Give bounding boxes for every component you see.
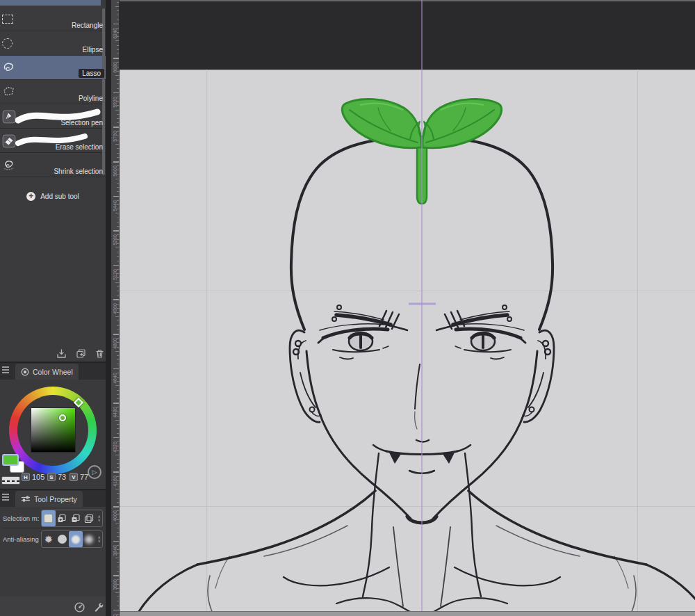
ruler-minor-tick bbox=[117, 291, 119, 291]
ruler-minor-tick bbox=[117, 519, 119, 520]
ruler-minor-tick bbox=[117, 118, 119, 119]
ruler-minor-tick bbox=[117, 571, 119, 572]
saturation-chip[interactable]: S bbox=[47, 473, 56, 481]
ruler-minor-tick bbox=[117, 170, 119, 170]
ruler-minor-tick bbox=[117, 424, 119, 425]
ruler-minor-tick bbox=[115, 558, 119, 558]
lasso-icon bbox=[2, 61, 16, 75]
ruler-minor-tick bbox=[117, 528, 119, 528]
saturation-value: 73 bbox=[58, 473, 66, 482]
ruler-minor-tick bbox=[117, 71, 119, 72]
ruler-minor-tick bbox=[115, 75, 119, 76]
ruler-minor-tick bbox=[117, 476, 119, 477]
value-chip[interactable]: V bbox=[70, 473, 78, 481]
subtool-item-partial[interactable] bbox=[0, 0, 101, 6]
ruler-minor-tick bbox=[117, 286, 119, 287]
subtool-item-label: Polyline bbox=[79, 95, 103, 102]
add-selection-button[interactable] bbox=[56, 510, 70, 526]
panel-menu-icon[interactable] bbox=[2, 366, 9, 373]
saturation-value-square[interactable] bbox=[31, 407, 76, 453]
selection-mode-spinner[interactable]: ∧ ∨ bbox=[96, 515, 102, 522]
tab-tool-property[interactable]: Tool Property bbox=[15, 491, 83, 507]
subtool-item-polyline[interactable]: Polyline bbox=[0, 80, 106, 104]
ruler-minor-tick bbox=[117, 79, 119, 80]
spinner-down-icon: ∨ bbox=[97, 540, 100, 543]
ruler-minor-tick bbox=[115, 524, 119, 524]
subtool-panel: Rectangle Ellipse Lasso Polyline bbox=[0, 0, 106, 362]
subtool-item-ellipse[interactable]: Ellipse bbox=[0, 31, 106, 56]
subtool-item-rectangle[interactable]: Rectangle bbox=[0, 7, 106, 31]
anti-aliasing-spinner[interactable]: ∧ ∨ bbox=[96, 536, 102, 543]
canvas-horizontal-scrollbar[interactable] bbox=[120, 611, 695, 616]
ruler-minor-tick bbox=[117, 601, 119, 601]
panel-menu-icon[interactable] bbox=[2, 494, 9, 501]
aa-none-button[interactable]: ✹ bbox=[42, 531, 56, 547]
ruler-minor-tick bbox=[117, 256, 119, 257]
ruler-minor-tick bbox=[117, 312, 119, 313]
ruler-minor-tick bbox=[117, 330, 119, 330]
ruler-minor-tick bbox=[117, 463, 119, 464]
ruler-minor-tick bbox=[117, 83, 119, 84]
ruler-minor-tick bbox=[117, 32, 119, 33]
left-panel-column: Rectangle Ellipse Lasso Polyline bbox=[0, 0, 106, 616]
ruler-minor-tick bbox=[117, 54, 119, 54]
subtool-item-shrink-selection[interactable]: Shrink selection bbox=[0, 153, 106, 177]
ruler-minor-tick bbox=[117, 204, 119, 205]
aa-strong-button[interactable] bbox=[83, 531, 97, 547]
subtool-item-label: Shrink selection bbox=[54, 168, 103, 175]
add-sub-tool-button[interactable]: + Add sub tool bbox=[0, 188, 106, 204]
hue-chip[interactable]: H bbox=[22, 473, 30, 481]
ruler-minor-tick bbox=[117, 153, 119, 154]
canvas-ruler[interactable]: 6240608059205760560054405280512049604800… bbox=[111, 0, 120, 616]
ruler-minor-tick bbox=[117, 579, 119, 580]
aa-weak-button[interactable] bbox=[56, 531, 70, 547]
ruler-minor-tick bbox=[117, 15, 119, 15]
ruler-minor-tick bbox=[117, 373, 119, 373]
selection-pen-icon bbox=[2, 110, 16, 124]
subtract-selection-button[interactable] bbox=[69, 510, 83, 526]
ruler-minor-tick bbox=[117, 209, 119, 209]
brush-size-dynamics-icon[interactable] bbox=[74, 601, 85, 613]
color-slider-mode-button[interactable]: ▷ bbox=[88, 465, 101, 479]
subtool-item-lasso[interactable]: Lasso bbox=[0, 56, 106, 80]
ruler-minor-tick bbox=[117, 88, 119, 89]
ruler-minor-tick bbox=[117, 480, 119, 481]
canvas[interactable] bbox=[120, 0, 695, 616]
import-sub-tool-icon[interactable] bbox=[56, 348, 67, 359]
aa-medium-button[interactable] bbox=[69, 531, 83, 547]
ruler-minor-tick bbox=[117, 10, 119, 11]
subtool-item-erase-selection[interactable]: Erase selection bbox=[0, 129, 106, 153]
tab-color-wheel[interactable]: Color Wheel bbox=[15, 364, 79, 380]
wrench-icon[interactable] bbox=[93, 601, 105, 613]
ruler-minor-tick bbox=[117, 148, 119, 149]
ruler-minor-tick bbox=[117, 273, 119, 274]
ruler-minor-tick bbox=[115, 144, 119, 145]
ruler-minor-tick bbox=[117, 428, 119, 429]
sv-cursor[interactable] bbox=[59, 414, 66, 421]
ruler-minor-tick bbox=[117, 359, 119, 360]
ruler-minor-tick bbox=[117, 165, 119, 166]
ruler-minor-tick bbox=[117, 114, 119, 115]
row-divider bbox=[3, 528, 103, 528]
ruler-minor-tick bbox=[115, 592, 119, 593]
ruler-minor-tick bbox=[117, 446, 119, 446]
primary-color-swatch[interactable] bbox=[2, 454, 19, 466]
ruler-minor-tick bbox=[117, 485, 119, 485]
selection-mode-row: Selection m: ∧ ∨ bbox=[0, 509, 106, 528]
sliders-icon bbox=[21, 495, 31, 503]
subtool-item-selection-pen[interactable]: Selection pen bbox=[0, 104, 106, 129]
ruler-minor-tick bbox=[117, 467, 119, 468]
duplicate-sub-tool-icon[interactable] bbox=[76, 348, 86, 359]
ruler-minor-tick bbox=[117, 269, 119, 270]
ruler-minor-tick bbox=[115, 40, 119, 41]
ruler-minor-tick bbox=[117, 97, 119, 97]
ruler-minor-tick bbox=[117, 381, 119, 382]
delete-sub-tool-icon[interactable] bbox=[95, 348, 105, 359]
ruler-minor-tick bbox=[117, 407, 119, 407]
ruler-minor-tick bbox=[115, 6, 119, 7]
transparent-color-swatch[interactable] bbox=[1, 476, 20, 485]
ruler-minor-tick bbox=[117, 597, 119, 597]
overlap-selection-button[interactable] bbox=[83, 510, 97, 526]
new-selection-button[interactable] bbox=[42, 510, 56, 526]
anti-aliasing-row: Anti-aliasing ✹ ∧ ∨ bbox=[0, 530, 106, 549]
